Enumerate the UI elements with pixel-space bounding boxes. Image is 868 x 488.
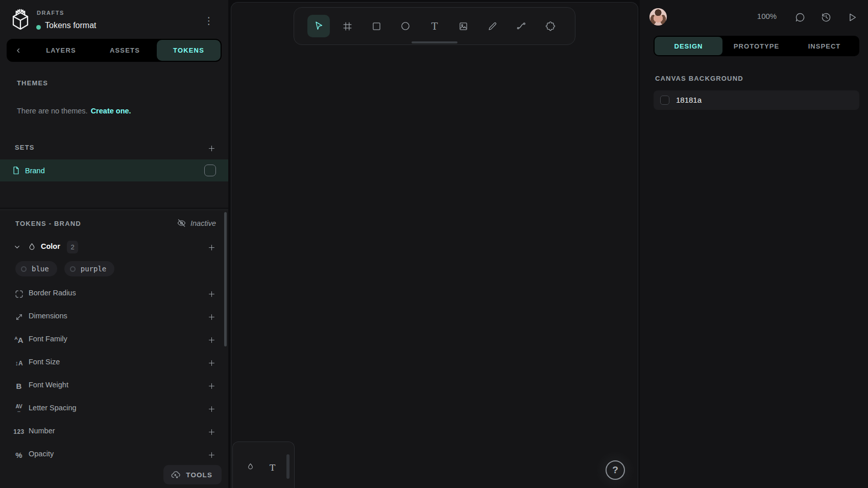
sidebar-scrollbar-thumb[interactable] [224,212,227,346]
left-sidebar: DRAFTS Tokens format ⋮ LAYERSASSETSTOKEN… [0,0,228,488]
sets-list: Brand [0,159,228,181]
token-type-label: Letter Spacing [29,404,77,412]
project-name[interactable]: DRAFTS [37,10,64,16]
tokens-tools-button[interactable]: TOOLS [163,465,222,484]
chevron-down-icon[interactable] [13,243,21,251]
sidebar-tabbar: LAYERSASSETSTOKENS [7,39,222,62]
themes-empty-message: There are no themes.Create one. [17,107,131,115]
set-active-checkbox[interactable] [204,165,216,176]
add-token-button[interactable] [205,311,218,323]
add-token-button[interactable] [205,449,218,461]
set-status-label: Inactive [190,219,216,227]
token-pill-blue[interactable]: blue [15,261,57,276]
sets-section-title: SETS [15,144,35,151]
canvas-background-swatch[interactable] [660,96,669,105]
tokens-section-title: TOKENS - BRAND [15,220,81,227]
add-token-button[interactable] [205,357,218,369]
canvas-viewport[interactable] [231,2,638,488]
tab-inspect[interactable]: INSPECT [790,37,858,55]
penpot-logo-icon[interactable] [10,8,31,31]
token-type-row: BFont Weight [0,374,228,397]
plugins-icon[interactable] [539,15,562,37]
file-saved-dot [36,25,41,30]
pen-icon[interactable] [481,15,504,37]
workspace-menu-icon[interactable]: ⋮ [202,13,215,28]
play-icon[interactable] [846,11,859,24]
ellipse-icon[interactable] [394,15,417,37]
select-icon[interactable] [307,15,330,37]
file-icon [11,166,21,175]
palette-scrollbar-thumb[interactable] [286,454,290,479]
token-group-label: Color [41,242,60,250]
token-type-list: Border RadiusDimensionsAAFont Family↕AFo… [0,282,228,466]
set-name: Brand [25,167,45,175]
token-count-badge: 2 [67,241,78,253]
token-type-row: %Opacity [0,443,228,466]
token-type-row: Dimensions [0,305,228,328]
history-icon[interactable] [819,11,833,24]
sidebar-tabs: LAYERSASSETSTOKENS [29,40,221,61]
create-theme-link[interactable]: Create one. [91,107,131,115]
add-color-token-button[interactable] [205,241,218,253]
add-token-button[interactable] [205,403,218,415]
image-icon[interactable] [452,15,475,37]
canvas-background-row[interactable]: 18181a [654,90,859,110]
token-group-color[interactable]: Color 2 [0,238,228,257]
tab-design[interactable]: DESIGN [655,37,722,55]
sets-header: SETS [0,141,228,154]
token-type-label: Border Radius [29,289,76,297]
token-type-label: Number [29,427,55,435]
add-set-button[interactable] [205,142,218,154]
right-panel-tabbar: DESIGNPROTOTYPEINSPECT [654,36,859,56]
tokens-section: TOKENS - BRAND Inactive Colo [0,210,228,488]
tokens-section-header: TOKENS - BRAND Inactive [0,218,228,230]
token-name: purple [81,265,107,273]
text-icon[interactable]: T [423,15,446,37]
token-pill-purple[interactable]: purple [64,261,115,276]
set-status: Inactive [177,218,216,228]
frame-icon[interactable] [336,15,359,37]
themes-section-title: THEMES [17,79,48,87]
token-type-label: Font Family [29,335,67,343]
main-toolbar: T [294,7,575,45]
file-name[interactable]: Tokens format [45,21,96,30]
color-drop-icon[interactable] [246,462,255,471]
color-token-list: bluepurple [15,261,114,276]
add-token-button[interactable] [205,426,218,438]
token-type-label: Opacity [29,450,54,458]
letter-spacing-icon: AV↔ [12,403,26,415]
number-icon: 123 [12,426,26,438]
penpot-workspace: DRAFTS Tokens format ⋮ LAYERSASSETSTOKEN… [0,0,868,488]
comments-icon[interactable] [793,11,807,24]
themes-empty-text: There are no themes. [17,107,88,115]
rectangle-icon[interactable] [366,15,388,37]
toolbar-drag-handle[interactable] [412,41,457,43]
add-token-button[interactable] [205,380,218,392]
token-type-label: Font Size [29,358,60,366]
token-type-row: 123Number [0,420,228,443]
collapse-sidebar-button[interactable] [8,40,29,61]
typography-palette-icon[interactable]: T [270,462,275,473]
color-swatch-ring-icon [21,266,27,272]
opacity-icon: % [12,449,26,461]
token-type-row: Border Radius [0,282,228,305]
eye-off-icon [177,218,186,228]
add-token-button[interactable] [205,288,218,300]
font-weight-icon: B [12,380,26,392]
dimensions-icon [12,311,26,323]
zoom-level-control[interactable]: 100% [749,12,785,20]
right-panel: 100% DESIGNPROTOTYPEINSPECT CANVAS BACKG… [640,0,868,488]
canvas-background-value: 18181a [676,96,702,104]
cloud-sync-icon [171,470,181,480]
set-row[interactable]: Brand [0,159,228,181]
tab-tokens[interactable]: TOKENS [157,40,221,61]
help-button[interactable]: ? [606,460,625,480]
curve-icon[interactable] [510,15,533,37]
token-name: blue [32,265,49,273]
tab-layers[interactable]: LAYERS [29,40,93,61]
add-token-button[interactable] [205,334,218,346]
tab-prototype[interactable]: PROTOTYPE [722,37,790,55]
user-avatar[interactable] [649,8,667,26]
tab-assets[interactable]: ASSETS [93,40,157,61]
color-drop-icon [27,242,37,252]
